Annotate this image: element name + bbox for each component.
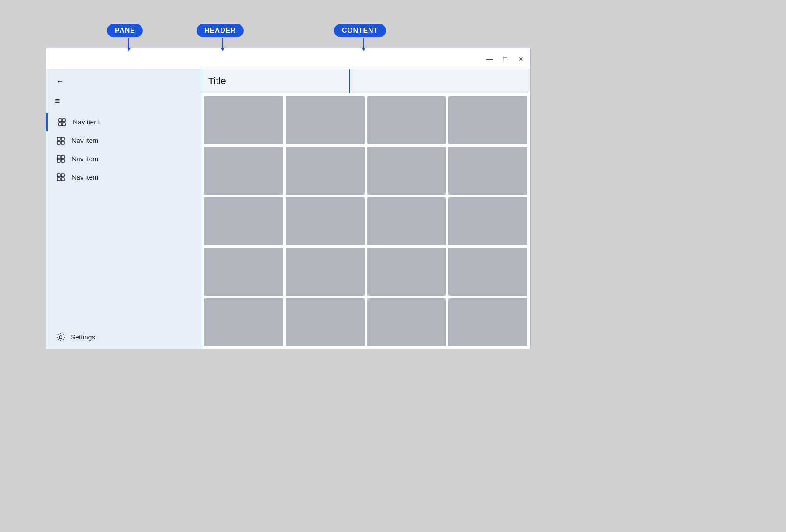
header-right	[350, 69, 530, 93]
grid-cell	[204, 248, 283, 296]
header-label-badge: HEADER	[196, 24, 244, 37]
nav-item-1-label: Nav item	[73, 118, 100, 126]
main-layout: ← ≡ Nav item	[46, 69, 530, 349]
svg-rect-13	[61, 141, 64, 144]
nav-icon-2	[56, 136, 66, 145]
grid-cell	[448, 298, 527, 346]
svg-rect-17	[61, 159, 64, 162]
svg-rect-16	[57, 159, 60, 162]
grid-cell	[286, 298, 365, 346]
hamburger-button[interactable]: ≡	[46, 90, 201, 110]
nav-icon-4	[56, 173, 66, 182]
grid-cell	[286, 197, 365, 245]
grid-cell	[367, 298, 446, 346]
app-window: — □ ✕ ← ≡	[46, 48, 531, 349]
settings-icon	[56, 332, 66, 342]
grid-cell	[204, 147, 283, 195]
pane-top: ←	[46, 69, 201, 90]
grid-cell	[204, 197, 283, 245]
grid-cell	[286, 96, 365, 144]
pane-label-badge: PANE	[107, 24, 143, 37]
svg-rect-19	[61, 174, 64, 177]
svg-rect-8	[59, 123, 62, 126]
svg-rect-9	[62, 123, 66, 126]
nav-icon-1	[57, 117, 67, 127]
svg-rect-10	[57, 137, 60, 140]
minimize-button[interactable]: —	[486, 55, 493, 63]
nav-item-4-label: Nav item	[72, 173, 98, 181]
titlebar-buttons: — □ ✕	[486, 55, 525, 63]
svg-rect-12	[57, 141, 60, 144]
svg-point-22	[59, 336, 62, 339]
grid-cell	[448, 197, 527, 245]
svg-rect-7	[62, 119, 66, 122]
maximize-button[interactable]: □	[501, 55, 509, 63]
grid-cell	[448, 147, 527, 195]
grid-cell	[448, 96, 527, 144]
grid-cell	[367, 96, 446, 144]
content-grid	[201, 93, 530, 349]
grid-cell	[286, 147, 365, 195]
content-label-badge: CONTENT	[334, 24, 386, 37]
pane: ← ≡ Nav item	[46, 69, 201, 349]
grid-cell	[204, 298, 283, 346]
nav-items: Nav item Nav item	[46, 110, 201, 325]
page-wrapper: PANE HEADER CONTENT — □ ✕ ←	[0, 0, 786, 532]
grid-cell	[367, 197, 446, 245]
svg-rect-6	[59, 119, 62, 122]
svg-rect-14	[57, 155, 60, 159]
header-title: Title	[201, 69, 350, 93]
grid-cell	[286, 248, 365, 296]
nav-item-3[interactable]: Nav item	[46, 150, 201, 168]
grid-cell	[367, 248, 446, 296]
settings-label: Settings	[71, 333, 95, 341]
nav-item-1[interactable]: Nav item	[46, 113, 201, 131]
grid-cell	[367, 147, 446, 195]
svg-rect-20	[57, 178, 60, 181]
nav-item-2[interactable]: Nav item	[46, 131, 201, 150]
nav-item-3-label: Nav item	[72, 155, 98, 163]
grid-cell	[448, 248, 527, 296]
back-button[interactable]: ←	[54, 76, 66, 87]
close-button[interactable]: ✕	[517, 55, 525, 63]
svg-rect-15	[61, 155, 64, 159]
svg-rect-18	[57, 174, 60, 177]
content-area: Title	[201, 69, 530, 349]
titlebar: — □ ✕	[46, 48, 530, 69]
svg-rect-21	[61, 178, 64, 181]
grid-cell	[204, 96, 283, 144]
nav-icon-3	[56, 154, 66, 164]
nav-item-4[interactable]: Nav item	[46, 168, 201, 187]
header-section: Title	[201, 69, 530, 93]
svg-rect-11	[61, 137, 64, 140]
settings-item[interactable]: Settings	[46, 325, 201, 349]
nav-item-2-label: Nav item	[72, 137, 98, 145]
